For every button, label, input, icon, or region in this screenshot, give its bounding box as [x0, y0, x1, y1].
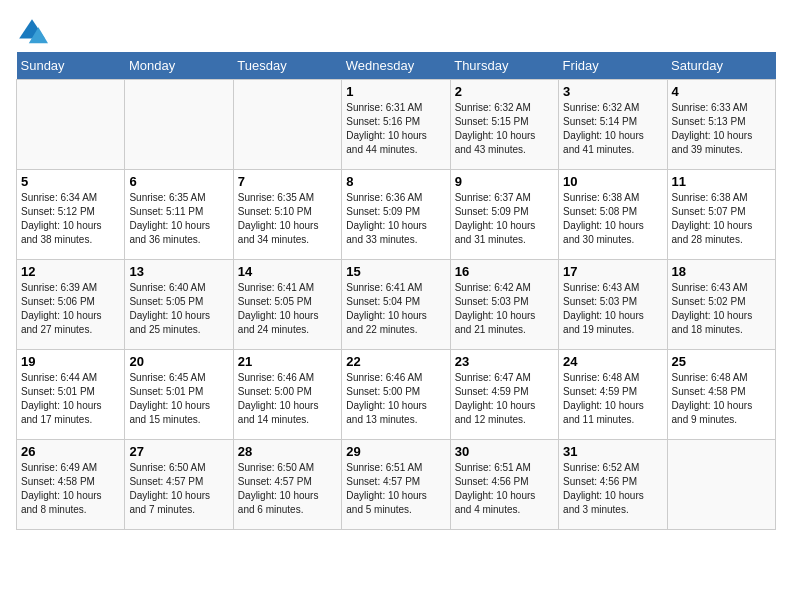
- calendar-day-19: 19Sunrise: 6:44 AM Sunset: 5:01 PM Dayli…: [17, 350, 125, 440]
- calendar-day-24: 24Sunrise: 6:48 AM Sunset: 4:59 PM Dayli…: [559, 350, 667, 440]
- day-info: Sunrise: 6:43 AM Sunset: 5:03 PM Dayligh…: [563, 281, 662, 337]
- day-number: 25: [672, 354, 771, 369]
- calendar-day-3: 3Sunrise: 6:32 AM Sunset: 5:14 PM Daylig…: [559, 80, 667, 170]
- day-info: Sunrise: 6:52 AM Sunset: 4:56 PM Dayligh…: [563, 461, 662, 517]
- calendar-day-21: 21Sunrise: 6:46 AM Sunset: 5:00 PM Dayli…: [233, 350, 341, 440]
- day-number: 28: [238, 444, 337, 459]
- day-header-saturday: Saturday: [667, 52, 775, 80]
- calendar-day-9: 9Sunrise: 6:37 AM Sunset: 5:09 PM Daylig…: [450, 170, 558, 260]
- calendar-day-11: 11Sunrise: 6:38 AM Sunset: 5:07 PM Dayli…: [667, 170, 775, 260]
- calendar-empty-cell: [125, 80, 233, 170]
- day-info: Sunrise: 6:35 AM Sunset: 5:11 PM Dayligh…: [129, 191, 228, 247]
- calendar-day-30: 30Sunrise: 6:51 AM Sunset: 4:56 PM Dayli…: [450, 440, 558, 530]
- day-number: 12: [21, 264, 120, 279]
- calendar-day-16: 16Sunrise: 6:42 AM Sunset: 5:03 PM Dayli…: [450, 260, 558, 350]
- day-info: Sunrise: 6:37 AM Sunset: 5:09 PM Dayligh…: [455, 191, 554, 247]
- day-number: 29: [346, 444, 445, 459]
- day-info: Sunrise: 6:32 AM Sunset: 5:15 PM Dayligh…: [455, 101, 554, 157]
- day-header-sunday: Sunday: [17, 52, 125, 80]
- calendar-week-row: 1Sunrise: 6:31 AM Sunset: 5:16 PM Daylig…: [17, 80, 776, 170]
- day-header-wednesday: Wednesday: [342, 52, 450, 80]
- calendar-day-28: 28Sunrise: 6:50 AM Sunset: 4:57 PM Dayli…: [233, 440, 341, 530]
- logo-icon: [16, 16, 48, 48]
- day-header-friday: Friday: [559, 52, 667, 80]
- day-info: Sunrise: 6:46 AM Sunset: 5:00 PM Dayligh…: [238, 371, 337, 427]
- calendar-day-12: 12Sunrise: 6:39 AM Sunset: 5:06 PM Dayli…: [17, 260, 125, 350]
- day-info: Sunrise: 6:31 AM Sunset: 5:16 PM Dayligh…: [346, 101, 445, 157]
- day-info: Sunrise: 6:50 AM Sunset: 4:57 PM Dayligh…: [129, 461, 228, 517]
- calendar-week-row: 26Sunrise: 6:49 AM Sunset: 4:58 PM Dayli…: [17, 440, 776, 530]
- day-info: Sunrise: 6:43 AM Sunset: 5:02 PM Dayligh…: [672, 281, 771, 337]
- day-number: 17: [563, 264, 662, 279]
- calendar-week-row: 12Sunrise: 6:39 AM Sunset: 5:06 PM Dayli…: [17, 260, 776, 350]
- calendar-header-row: SundayMondayTuesdayWednesdayThursdayFrid…: [17, 52, 776, 80]
- day-number: 16: [455, 264, 554, 279]
- calendar-day-6: 6Sunrise: 6:35 AM Sunset: 5:11 PM Daylig…: [125, 170, 233, 260]
- day-info: Sunrise: 6:46 AM Sunset: 5:00 PM Dayligh…: [346, 371, 445, 427]
- day-info: Sunrise: 6:41 AM Sunset: 5:05 PM Dayligh…: [238, 281, 337, 337]
- day-number: 1: [346, 84, 445, 99]
- calendar-empty-cell: [17, 80, 125, 170]
- day-info: Sunrise: 6:49 AM Sunset: 4:58 PM Dayligh…: [21, 461, 120, 517]
- calendar-day-8: 8Sunrise: 6:36 AM Sunset: 5:09 PM Daylig…: [342, 170, 450, 260]
- page-header: [16, 16, 776, 48]
- calendar-day-27: 27Sunrise: 6:50 AM Sunset: 4:57 PM Dayli…: [125, 440, 233, 530]
- calendar-week-row: 5Sunrise: 6:34 AM Sunset: 5:12 PM Daylig…: [17, 170, 776, 260]
- calendar-day-15: 15Sunrise: 6:41 AM Sunset: 5:04 PM Dayli…: [342, 260, 450, 350]
- calendar-day-20: 20Sunrise: 6:45 AM Sunset: 5:01 PM Dayli…: [125, 350, 233, 440]
- calendar-day-22: 22Sunrise: 6:46 AM Sunset: 5:00 PM Dayli…: [342, 350, 450, 440]
- day-info: Sunrise: 6:48 AM Sunset: 4:58 PM Dayligh…: [672, 371, 771, 427]
- day-number: 9: [455, 174, 554, 189]
- calendar-day-14: 14Sunrise: 6:41 AM Sunset: 5:05 PM Dayli…: [233, 260, 341, 350]
- calendar-day-4: 4Sunrise: 6:33 AM Sunset: 5:13 PM Daylig…: [667, 80, 775, 170]
- day-info: Sunrise: 6:35 AM Sunset: 5:10 PM Dayligh…: [238, 191, 337, 247]
- day-info: Sunrise: 6:47 AM Sunset: 4:59 PM Dayligh…: [455, 371, 554, 427]
- day-number: 22: [346, 354, 445, 369]
- day-info: Sunrise: 6:42 AM Sunset: 5:03 PM Dayligh…: [455, 281, 554, 337]
- day-number: 13: [129, 264, 228, 279]
- day-info: Sunrise: 6:36 AM Sunset: 5:09 PM Dayligh…: [346, 191, 445, 247]
- day-number: 10: [563, 174, 662, 189]
- day-header-tuesday: Tuesday: [233, 52, 341, 80]
- day-info: Sunrise: 6:50 AM Sunset: 4:57 PM Dayligh…: [238, 461, 337, 517]
- day-info: Sunrise: 6:32 AM Sunset: 5:14 PM Dayligh…: [563, 101, 662, 157]
- day-info: Sunrise: 6:40 AM Sunset: 5:05 PM Dayligh…: [129, 281, 228, 337]
- calendar-day-23: 23Sunrise: 6:47 AM Sunset: 4:59 PM Dayli…: [450, 350, 558, 440]
- day-number: 27: [129, 444, 228, 459]
- day-info: Sunrise: 6:51 AM Sunset: 4:57 PM Dayligh…: [346, 461, 445, 517]
- day-info: Sunrise: 6:48 AM Sunset: 4:59 PM Dayligh…: [563, 371, 662, 427]
- day-number: 15: [346, 264, 445, 279]
- day-info: Sunrise: 6:39 AM Sunset: 5:06 PM Dayligh…: [21, 281, 120, 337]
- calendar-day-7: 7Sunrise: 6:35 AM Sunset: 5:10 PM Daylig…: [233, 170, 341, 260]
- day-number: 23: [455, 354, 554, 369]
- calendar-day-29: 29Sunrise: 6:51 AM Sunset: 4:57 PM Dayli…: [342, 440, 450, 530]
- calendar-day-1: 1Sunrise: 6:31 AM Sunset: 5:16 PM Daylig…: [342, 80, 450, 170]
- day-info: Sunrise: 6:34 AM Sunset: 5:12 PM Dayligh…: [21, 191, 120, 247]
- calendar-day-10: 10Sunrise: 6:38 AM Sunset: 5:08 PM Dayli…: [559, 170, 667, 260]
- day-info: Sunrise: 6:51 AM Sunset: 4:56 PM Dayligh…: [455, 461, 554, 517]
- day-number: 11: [672, 174, 771, 189]
- day-number: 7: [238, 174, 337, 189]
- logo: [16, 16, 52, 48]
- day-info: Sunrise: 6:45 AM Sunset: 5:01 PM Dayligh…: [129, 371, 228, 427]
- calendar-day-25: 25Sunrise: 6:48 AM Sunset: 4:58 PM Dayli…: [667, 350, 775, 440]
- day-number: 2: [455, 84, 554, 99]
- day-number: 3: [563, 84, 662, 99]
- day-number: 14: [238, 264, 337, 279]
- calendar-day-26: 26Sunrise: 6:49 AM Sunset: 4:58 PM Dayli…: [17, 440, 125, 530]
- day-number: 8: [346, 174, 445, 189]
- day-number: 21: [238, 354, 337, 369]
- day-number: 4: [672, 84, 771, 99]
- day-info: Sunrise: 6:44 AM Sunset: 5:01 PM Dayligh…: [21, 371, 120, 427]
- day-number: 30: [455, 444, 554, 459]
- day-number: 24: [563, 354, 662, 369]
- day-number: 18: [672, 264, 771, 279]
- calendar-empty-cell: [233, 80, 341, 170]
- day-number: 5: [21, 174, 120, 189]
- calendar-day-5: 5Sunrise: 6:34 AM Sunset: 5:12 PM Daylig…: [17, 170, 125, 260]
- calendar-table: SundayMondayTuesdayWednesdayThursdayFrid…: [16, 52, 776, 530]
- day-header-monday: Monday: [125, 52, 233, 80]
- day-header-thursday: Thursday: [450, 52, 558, 80]
- calendar-day-18: 18Sunrise: 6:43 AM Sunset: 5:02 PM Dayli…: [667, 260, 775, 350]
- day-number: 26: [21, 444, 120, 459]
